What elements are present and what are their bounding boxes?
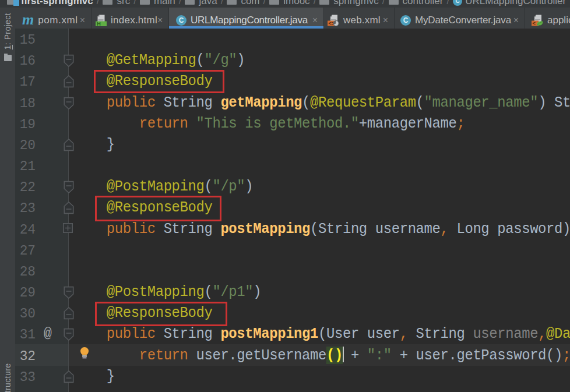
svg-text:<: < bbox=[533, 19, 536, 26]
svg-text:H: H bbox=[97, 20, 101, 26]
